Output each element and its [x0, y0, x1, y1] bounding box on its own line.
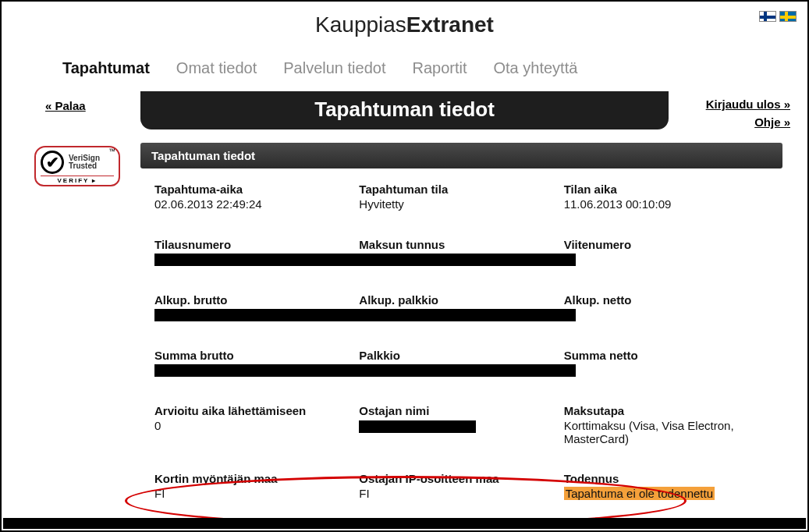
field-label: Alkup. netto	[564, 293, 758, 307]
verify-label: VERIFY ▸	[41, 176, 114, 184]
field-value-redacted	[564, 308, 758, 322]
brand-right: Extranet	[406, 12, 494, 37]
field-value: Korttimaksu (Visa, Visa Electron, Master…	[564, 419, 758, 445]
brand-title: KauppiasExtranet	[2, 2, 807, 42]
nav-tapahtumat[interactable]: Tapahtumat	[62, 59, 150, 77]
redaction-bar	[154, 254, 576, 266]
logout-link[interactable]: Kirjaudu ulos »	[669, 98, 790, 111]
flag-se-icon[interactable]	[779, 11, 797, 22]
trademark-icon: ™	[108, 147, 115, 155]
field-label: Kortin myöntäjän maa	[154, 472, 348, 485]
field-label: Summa netto	[564, 349, 758, 362]
field-label: Alkup. palkkio	[359, 293, 552, 307]
field-label: Tapahtuman tila	[359, 183, 552, 196]
nav-palvelun-tiedot[interactable]: Palvelun tiedot	[283, 59, 385, 77]
field-label: Alkup. brutto	[154, 293, 348, 307]
field-label: Maksun tunnus	[359, 238, 552, 251]
field-value: 02.06.2013 22:49:24	[154, 197, 348, 211]
field-label: Tilan aika	[564, 183, 758, 196]
field-value-redacted	[359, 419, 552, 433]
field-label: Tapahtuma-aika	[154, 183, 348, 196]
field-value: 0	[154, 419, 348, 433]
field-label: Ostajan IP-osoitteen maa	[359, 472, 552, 485]
nav-raportit[interactable]: Raportit	[412, 59, 467, 77]
field-value-redacted	[564, 253, 758, 267]
bottom-border	[3, 518, 806, 529]
verisign-text: VeriSignTrusted	[69, 154, 100, 171]
nav-ota-yhteytta[interactable]: Ota yhteyttä	[493, 59, 577, 77]
field-label: Ostajan nimi	[359, 404, 552, 417]
field-value: FI	[359, 487, 552, 501]
top-nav: Tapahtumat Omat tiedot Palvelun tiedot R…	[2, 42, 807, 91]
page-title: Tapahtuman tiedot	[140, 98, 669, 122]
page-title-bar: Tapahtuman tiedot	[140, 91, 669, 129]
help-link[interactable]: Ohje »	[669, 115, 790, 129]
field-value: Hyvitetty	[359, 197, 552, 211]
checkmark-icon: ✔	[41, 151, 64, 174]
field-label: Maksutapa	[564, 404, 758, 417]
field-label: Arvioitu aika lähettämiseen	[154, 404, 348, 417]
language-flags	[759, 11, 797, 22]
redaction-bar	[154, 309, 576, 321]
field-label: Summa brutto	[154, 349, 348, 362]
redaction-bar	[154, 364, 576, 377]
field-value: 11.06.2013 00:10:09	[564, 197, 758, 211]
flag-fi-icon[interactable]	[759, 11, 776, 22]
verisign-badge[interactable]: ™ ✔ VeriSignTrusted VERIFY ▸	[34, 146, 120, 186]
field-value: FI	[154, 487, 348, 501]
auth-status-highlight: Tapahtuma ei ole todennettu	[564, 487, 715, 500]
section-header: Tapahtuman tiedot	[140, 143, 782, 168]
brand-left: Kauppias	[315, 12, 406, 37]
field-value-redacted	[564, 364, 758, 378]
field-label: Todennus	[564, 472, 758, 485]
back-link[interactable]: « Palaa	[45, 99, 86, 112]
field-value: Tapahtuma ei ole todennettu	[564, 487, 758, 501]
field-label: Tilausnumero	[154, 238, 348, 251]
field-label: Palkkio	[359, 349, 552, 362]
field-label: Viitenumero	[564, 238, 758, 251]
details-grid: Tapahtuma-aika02.06.2013 22:49:24 Tapaht…	[140, 168, 782, 501]
nav-omat-tiedot[interactable]: Omat tiedot	[176, 59, 257, 77]
